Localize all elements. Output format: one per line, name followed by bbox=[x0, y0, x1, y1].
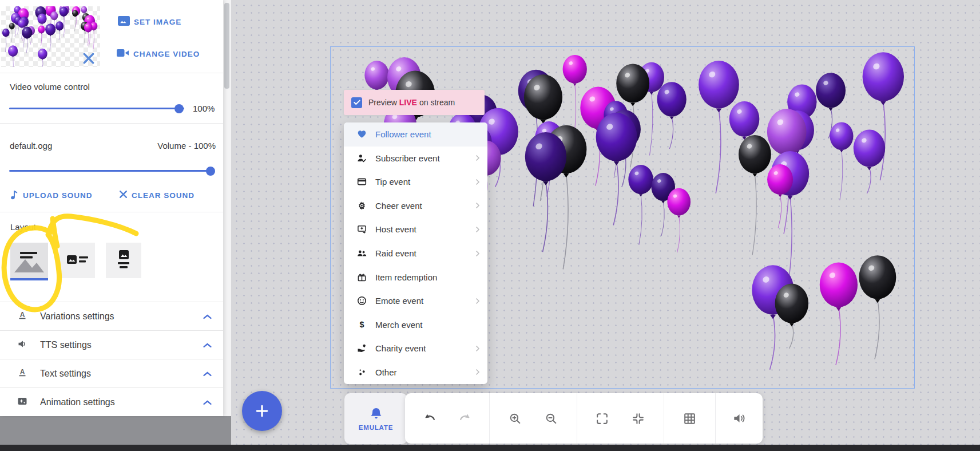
dollar-icon: $ bbox=[356, 319, 367, 330]
sound-toggle-button[interactable] bbox=[728, 408, 750, 429]
upload-sound-label: UPLOAD SOUND bbox=[23, 191, 93, 200]
layout-option-image-top[interactable] bbox=[106, 243, 141, 278]
menu-item-label: Tip event bbox=[375, 177, 410, 187]
text-settings-accordion[interactable]: A Text settings bbox=[0, 359, 223, 387]
accordion-label: Animation settings bbox=[40, 397, 191, 408]
sound-volume-slider[interactable] bbox=[9, 170, 211, 172]
bottom-edge bbox=[0, 445, 980, 451]
layout-image-left-icon bbox=[59, 243, 95, 278]
image-icon bbox=[118, 16, 130, 28]
sound-file-name: default.ogg bbox=[10, 141, 52, 151]
gift-icon bbox=[356, 272, 367, 282]
divider bbox=[0, 212, 223, 212]
set-image-button[interactable]: SET IMAGE bbox=[118, 16, 181, 28]
undo-button[interactable] bbox=[419, 408, 441, 429]
dots-icon bbox=[356, 367, 367, 377]
preview-live-checkbox[interactable] bbox=[351, 97, 362, 108]
menu-item-label: Other bbox=[375, 367, 397, 377]
zoom-out-button[interactable] bbox=[540, 408, 562, 429]
plus-icon bbox=[253, 402, 271, 420]
text-format-icon: A bbox=[17, 310, 27, 323]
clear-sound-label: CLEAR SOUND bbox=[132, 191, 195, 200]
grid-toggle-button[interactable] bbox=[679, 408, 701, 429]
sound-volume-label: Volume - 100% bbox=[157, 141, 216, 151]
menu-item-label: Subscriber event bbox=[375, 153, 440, 163]
cheer-icon bbox=[356, 200, 367, 211]
sidebar-scrollbar-thumb[interactable] bbox=[224, 3, 229, 89]
video-volume-value: 100% bbox=[193, 104, 215, 113]
chevron-right-icon bbox=[475, 155, 487, 161]
emulate-button[interactable]: EMULATE bbox=[344, 393, 407, 444]
sidebar-scrollbar[interactable] bbox=[223, 0, 231, 416]
set-image-label: SET IMAGE bbox=[134, 18, 181, 26]
widget-settings-panel: SET IMAGE CHANGE VIDEO Video volume cont… bbox=[0, 0, 223, 416]
chevron-right-icon bbox=[475, 250, 487, 257]
tts-settings-accordion[interactable]: TTS settings bbox=[0, 330, 223, 359]
divider bbox=[0, 73, 223, 73]
menu-item-subscriber-event[interactable]: Subscriber event bbox=[344, 147, 487, 171]
charity-icon bbox=[356, 343, 367, 354]
sound-volume-slider-handle[interactable] bbox=[206, 167, 215, 176]
fullscreen-button[interactable] bbox=[592, 408, 613, 429]
preview-live-bar: PreviewLIVEon stream bbox=[344, 90, 485, 115]
live-badge: LIVE bbox=[399, 98, 417, 107]
variations-settings-accordion[interactable]: A Variations settings bbox=[0, 302, 223, 330]
zoom-in-button[interactable] bbox=[504, 408, 526, 429]
preview-text: Preview bbox=[368, 98, 397, 107]
menu-item-tip-event[interactable]: Tip event bbox=[344, 170, 487, 194]
bell-icon bbox=[368, 406, 384, 422]
chevron-up-icon bbox=[203, 397, 212, 408]
videocam-icon bbox=[117, 49, 129, 60]
menu-item-label: Raid event bbox=[375, 248, 416, 258]
menu-item-cheer-event[interactable]: Cheer event bbox=[344, 194, 487, 218]
upload-sound-button[interactable]: UPLOAD SOUND bbox=[10, 189, 93, 202]
accordion-label: Text settings bbox=[40, 369, 191, 379]
menu-item-other[interactable]: Other bbox=[344, 360, 487, 384]
menu-item-raid-event[interactable]: Raid event bbox=[344, 242, 487, 266]
music-note-icon bbox=[10, 189, 19, 202]
menu-item-label: Emote event bbox=[375, 296, 423, 306]
chevron-right-icon bbox=[475, 179, 487, 185]
svg-text:A: A bbox=[20, 367, 25, 375]
video-volume-slider[interactable] bbox=[9, 108, 184, 109]
on-stream-text: on stream bbox=[419, 98, 455, 107]
layout-option-text-over-image[interactable] bbox=[10, 243, 48, 278]
chevron-right-icon bbox=[475, 226, 487, 233]
clear-sound-button[interactable]: CLEAR SOUND bbox=[119, 190, 195, 201]
menu-item-label: Follower event bbox=[375, 129, 431, 139]
menu-item-label: Merch event bbox=[375, 320, 423, 330]
event-type-menu: Follower event Subscriber event Tip even… bbox=[344, 122, 487, 384]
check-icon bbox=[354, 100, 360, 105]
menu-item-host-event[interactable]: Host event bbox=[344, 217, 487, 242]
emulate-label: EMULATE bbox=[359, 424, 393, 431]
heart-icon bbox=[356, 129, 367, 140]
change-video-button[interactable]: CHANGE VIDEO bbox=[117, 49, 200, 60]
layout-text-over-image-icon bbox=[10, 243, 48, 278]
menu-item-charity-event[interactable]: Charity event bbox=[344, 337, 487, 361]
video-volume-slider-handle[interactable] bbox=[174, 104, 184, 113]
exit-fullscreen-button[interactable] bbox=[628, 408, 649, 429]
text-format-icon: A bbox=[17, 367, 27, 380]
speaker-icon bbox=[17, 339, 27, 351]
accordion-label: Variations settings bbox=[40, 311, 191, 322]
svg-text:$: $ bbox=[359, 320, 364, 329]
menu-item-emote-event[interactable]: Emote event bbox=[344, 289, 487, 313]
chevron-right-icon bbox=[475, 369, 487, 375]
animation-icon bbox=[17, 396, 27, 409]
media-thumbnail bbox=[1, 6, 100, 67]
layout-option-image-left[interactable] bbox=[59, 243, 95, 278]
change-video-label: CHANGE VIDEO bbox=[133, 50, 200, 58]
add-widget-button[interactable] bbox=[242, 391, 282, 431]
menu-item-follower-event[interactable]: Follower event bbox=[344, 122, 487, 147]
remove-media-icon[interactable] bbox=[82, 52, 96, 65]
layout-image-top-icon bbox=[106, 243, 141, 278]
chevron-right-icon bbox=[475, 298, 487, 304]
menu-item-merch-event[interactable]: $ Merch event bbox=[344, 312, 487, 337]
menu-item-item-redemption[interactable]: Item redemption bbox=[344, 265, 487, 289]
settings-accordions: A Variations settings TTS settings A Tex… bbox=[0, 302, 223, 416]
animation-settings-accordion[interactable]: Animation settings bbox=[0, 387, 223, 416]
divider bbox=[0, 123, 223, 124]
chevron-right-icon bbox=[475, 202, 487, 209]
widget-editor-window: SET IMAGE CHANGE VIDEO Video volume cont… bbox=[0, 0, 980, 451]
redo-button[interactable] bbox=[454, 408, 476, 429]
